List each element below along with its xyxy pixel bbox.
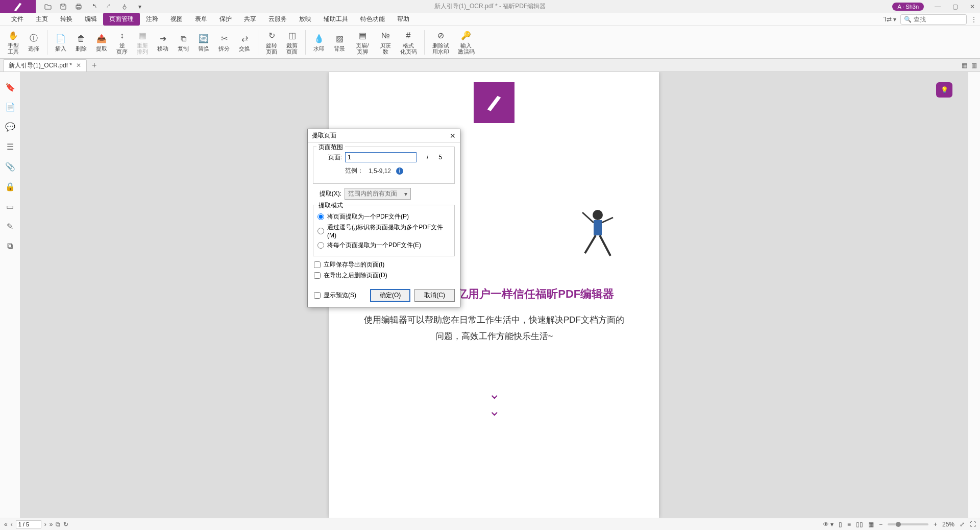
minimize-button[interactable]: —	[930, 0, 945, 13]
menu-share[interactable]: 共享	[238, 13, 262, 26]
next-page-icon[interactable]: ›	[44, 521, 46, 528]
extract-button[interactable]: 📤提取	[92, 28, 111, 57]
menu-play[interactable]: 放映	[293, 13, 317, 26]
menu-home[interactable]: 主页	[30, 13, 54, 26]
background-button[interactable]: ▨背景	[330, 28, 349, 57]
radio-comma-multi[interactable]	[317, 228, 324, 234]
menu-cloud[interactable]: 云服务	[262, 13, 293, 26]
check-delete-after[interactable]	[314, 272, 321, 279]
menu-edit[interactable]: 编辑	[79, 13, 103, 26]
menu-form[interactable]: 表单	[189, 13, 213, 26]
check-save-immediately[interactable]	[314, 261, 321, 268]
first-page-icon[interactable]: «	[4, 521, 8, 528]
search-input[interactable]	[914, 16, 960, 23]
tips-button[interactable]: 💡	[936, 82, 952, 98]
menu-comment[interactable]: 注释	[140, 13, 164, 26]
nav-rotate-icon[interactable]: ↻	[63, 521, 68, 528]
pages-icon[interactable]: 📄	[5, 102, 15, 112]
reverse-button[interactable]: ↕逆 页序	[113, 28, 131, 57]
language-icon[interactable]: ⅂⇄ ▾	[883, 16, 896, 23]
continuous-icon[interactable]: ≡	[847, 521, 851, 528]
redo-icon[interactable]	[105, 3, 113, 11]
print-icon[interactable]	[75, 3, 83, 11]
thumbnail-view-icon[interactable]: ▦	[962, 62, 967, 69]
watermark-button[interactable]: 💧水印	[310, 28, 328, 57]
zoom-out-icon[interactable]: −	[879, 521, 883, 528]
document-tab[interactable]: 新人引导(1)_OCR.pdf * ✕	[3, 59, 87, 71]
close-button[interactable]: ✕	[965, 0, 980, 13]
nav-copy-icon[interactable]: ⧉	[56, 521, 60, 528]
single-page-icon[interactable]: ▯	[839, 521, 842, 528]
header-footer-button[interactable]: ▤页眉/ 页脚	[351, 28, 374, 57]
move-button[interactable]: ➜移动	[154, 28, 172, 57]
fit-page-icon[interactable]: ⤢	[960, 521, 965, 528]
dialog-close-icon[interactable]: ✕	[450, 132, 456, 140]
panel-toggle-icon[interactable]: ▥	[971, 62, 977, 69]
search-box[interactable]: 🔍	[900, 14, 967, 25]
radio-each-page[interactable]	[317, 242, 324, 249]
info-icon[interactable]: i	[396, 167, 403, 175]
page-range-legend: 页面范围	[316, 143, 345, 152]
menu-view[interactable]: 视图	[164, 13, 189, 26]
more-icon[interactable]: ⋮	[971, 16, 977, 23]
open-icon[interactable]	[44, 3, 52, 11]
bates-button[interactable]: №贝茨 数	[376, 28, 395, 57]
page-input-field[interactable]	[345, 152, 416, 162]
continuous-facing-icon[interactable]: ▦	[868, 521, 874, 528]
menu-features[interactable]: 特色功能	[354, 13, 391, 26]
page-input[interactable]	[16, 520, 41, 528]
left-sidebar: 🔖 📄 💬 ☰ 📎 🔒 ▭ ✎ ⧉	[0, 72, 20, 518]
hand-tool-button[interactable]: ✋手型 工具	[4, 28, 22, 57]
fields-icon[interactable]: ▭	[6, 202, 14, 211]
menu-help[interactable]: 帮助	[391, 13, 415, 26]
touch-icon[interactable]	[120, 3, 129, 11]
rotate-button[interactable]: ↻旋转 页面	[262, 28, 281, 57]
security-icon[interactable]: 🔒	[5, 182, 15, 191]
menu-file[interactable]: 文件	[5, 13, 30, 26]
user-badge[interactable]: A · Sh3n	[892, 3, 924, 11]
maximize-button[interactable]: ▢	[947, 0, 963, 13]
menu-convert[interactable]: 转换	[54, 13, 79, 26]
zoom-slider[interactable]	[888, 523, 928, 525]
enter-activation-button[interactable]: 🔑输入 激活码	[454, 28, 478, 57]
cancel-button[interactable]: 取消(C)	[414, 289, 455, 302]
comments-icon[interactable]: 💬	[5, 122, 15, 132]
qat-dropdown-icon[interactable]: ▾	[136, 3, 144, 11]
prev-page-icon[interactable]: ‹	[11, 521, 13, 528]
format-pagenum-button[interactable]: #格式 化页码	[397, 28, 420, 57]
dialog-titlebar[interactable]: 提取页面 ✕	[308, 129, 460, 142]
ok-button[interactable]: 确定(O)	[370, 289, 410, 302]
select-tool-button[interactable]: Ⓘ选择	[24, 28, 43, 57]
signature-icon[interactable]: ✎	[7, 222, 13, 231]
save-icon[interactable]	[59, 3, 67, 11]
close-tab-icon[interactable]: ✕	[76, 62, 81, 69]
undo-icon[interactable]	[90, 3, 98, 11]
visibility-icon[interactable]: 👁 ▾	[823, 521, 834, 528]
menu-page-manage[interactable]: 页面管理	[103, 13, 140, 26]
menu-accessibility[interactable]: 辅助工具	[317, 13, 354, 26]
fullscreen-icon[interactable]: ⛶	[970, 521, 976, 528]
document-canvas[interactable]: 感谢您如全球6.5亿用户一样信任福昕PDF编辑器 使用编辑器可以帮助您在日常工作…	[20, 72, 968, 518]
menu-protect[interactable]: 保护	[213, 13, 238, 26]
delete-button[interactable]: 🗑删除	[72, 28, 90, 57]
replace-button[interactable]: 🔄替换	[194, 28, 213, 57]
remove-trial-watermark-button[interactable]: ⊘删除试 用水印	[429, 28, 452, 57]
check-show-preview[interactable]	[314, 292, 321, 299]
attachments-icon[interactable]: 📎	[5, 162, 15, 172]
crop-button[interactable]: ◫裁剪 页面	[283, 28, 301, 57]
swap-button[interactable]: ⇄交换	[235, 28, 254, 57]
add-tab-button[interactable]: +	[92, 61, 96, 70]
duplicate-button[interactable]: ⧉复制	[174, 28, 192, 57]
radio-single-pdf[interactable]	[317, 213, 324, 220]
insert-button[interactable]: 📄插入	[52, 28, 70, 57]
split-button[interactable]: ✂拆分	[215, 28, 233, 57]
zoom-in-icon[interactable]: +	[934, 521, 937, 528]
chevron-down-icon: ▾	[404, 190, 407, 198]
compare-icon[interactable]: ⧉	[7, 242, 13, 251]
window-controls: A · Sh3n — ▢ ✕	[892, 0, 980, 13]
layers-icon[interactable]: ☰	[7, 142, 14, 152]
last-page-icon[interactable]: »	[50, 521, 53, 528]
extract-select[interactable]: 范围内的所有页面 ▾	[345, 188, 411, 200]
facing-icon[interactable]: ▯▯	[856, 521, 863, 528]
bookmark-icon[interactable]: 🔖	[5, 82, 15, 92]
